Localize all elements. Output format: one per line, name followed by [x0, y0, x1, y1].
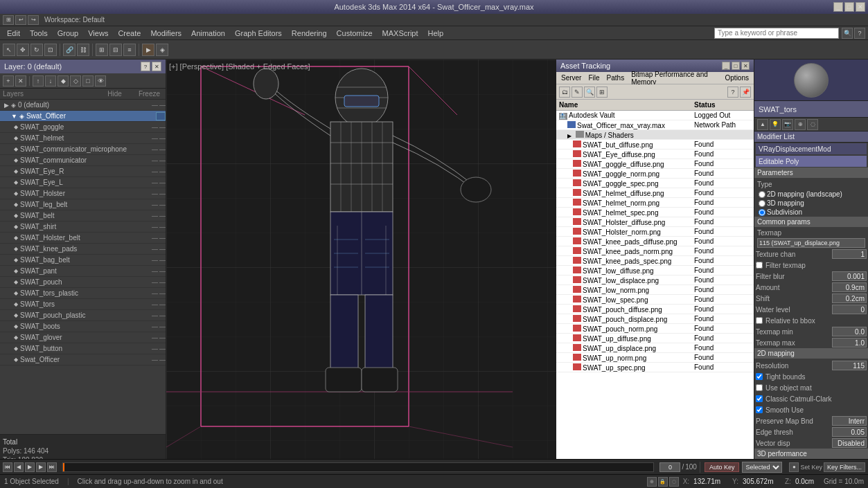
- list-item[interactable]: ▼ ◈ Swat_Officer: [0, 111, 166, 122]
- menu-customize[interactable]: Customize: [333, 28, 377, 39]
- menu-group[interactable]: Group: [53, 28, 83, 39]
- list-item[interactable]: ◆ SWAT_tors ——: [0, 299, 166, 310]
- asset-btn-4[interactable]: ⊞: [596, 87, 608, 98]
- tb-link[interactable]: 🔗: [63, 44, 76, 56]
- 2d-mapping-title[interactable]: 2D mapping: [754, 348, 868, 359]
- asset-maximize-btn[interactable]: □: [732, 62, 740, 70]
- list-item[interactable]: ◆ SWAT_button ——: [0, 343, 166, 354]
- layers-btn-delete[interactable]: ✕: [15, 75, 26, 87]
- list-item[interactable]: ◆ SWAT_leg_belt ——: [0, 199, 166, 210]
- list-item[interactable]: SWAT_pouch_displace.png Found: [556, 314, 754, 324]
- search-button[interactable]: 🔍: [842, 28, 853, 39]
- play-btn[interactable]: ▶: [25, 462, 35, 472]
- list-item[interactable]: 🏦Autodesk Vault Logged Out: [556, 111, 754, 120]
- list-item[interactable]: SWAT_but_diffuse.png Found: [556, 140, 754, 150]
- tex-chan-input[interactable]: [832, 249, 867, 259]
- list-item[interactable]: ◆ SWAT_Eye_L ——: [0, 177, 166, 188]
- layers-btn-vis[interactable]: 👁: [95, 75, 106, 87]
- type-2d-radio[interactable]: [759, 191, 765, 198]
- layers-btn-down[interactable]: ↓: [45, 75, 56, 87]
- list-item[interactable]: ◆ SWAT_goggle ——: [0, 122, 166, 133]
- smooth-use-checkbox[interactable]: [756, 406, 763, 413]
- tb-unlink[interactable]: ⛓: [77, 44, 89, 56]
- tb-select[interactable]: ↖: [3, 44, 15, 56]
- list-item[interactable]: Swat_Officer_max_vray.max Network Path: [556, 120, 754, 130]
- list-item[interactable]: SWAT_helmet_norm.png Found: [556, 198, 754, 208]
- list-item[interactable]: ◆ SWAT_Eye_R ——: [0, 166, 166, 177]
- asset-menu-server[interactable]: Server: [559, 73, 583, 82]
- tb-rotate[interactable]: ↻: [30, 44, 43, 56]
- list-item[interactable]: ◆ SWAT_pouch ——: [0, 277, 166, 288]
- common-params-title[interactable]: Common params: [754, 217, 868, 227]
- tb-align[interactable]: ≡: [123, 44, 136, 56]
- close-btn[interactable]: ✕: [856, 2, 865, 12]
- asset-btn-help[interactable]: ?: [727, 87, 738, 98]
- list-item[interactable]: SWAT_up_spec.png Found: [556, 363, 754, 372]
- list-item[interactable]: SWAT_goggle_spec.png Found: [556, 179, 754, 188]
- list-item[interactable]: ◆ SWAT_tors_plastic ——: [0, 288, 166, 299]
- asset-btn-1[interactable]: 🗂: [559, 87, 570, 98]
- list-item[interactable]: SWAT_up_diffuse.png Found: [556, 334, 754, 343]
- asset-minimize-btn[interactable]: _: [722, 62, 730, 70]
- menu-rendering[interactable]: Rendering: [287, 28, 331, 39]
- list-item[interactable]: ◆ SWAT_Holster ——: [0, 188, 166, 199]
- list-item[interactable]: SWAT_knee_pads_norm.png Found: [556, 246, 754, 256]
- help-icon[interactable]: ?: [854, 28, 865, 39]
- list-item[interactable]: SWAT_goggle_norm.png Found: [556, 169, 754, 179]
- list-item[interactable]: ◆ SWAT_pant ——: [0, 266, 166, 277]
- tb-move[interactable]: ✥: [17, 44, 29, 56]
- autokey-mode-select[interactable]: Selected: [742, 462, 782, 473]
- asset-menu-options[interactable]: Options: [723, 73, 751, 82]
- asset-btn-pin[interactable]: 📌: [740, 87, 751, 98]
- list-item[interactable]: ◆ SWAT_belt ——: [0, 210, 166, 222]
- layers-btn-remove[interactable]: ◇: [70, 75, 81, 87]
- list-item[interactable]: SWAT_knee_pads_spec.png Found: [556, 256, 754, 266]
- autokey-btn[interactable]: Auto Key: [705, 462, 740, 472]
- asset-close-btn[interactable]: ✕: [741, 62, 750, 70]
- texmap-min-input[interactable]: [832, 327, 867, 336]
- resolution-input[interactable]: [832, 361, 867, 370]
- timeline-track[interactable]: [62, 462, 654, 472]
- prev-frame-btn[interactable]: ◀: [14, 462, 24, 472]
- mod-icon-cam[interactable]: 📷: [782, 119, 793, 130]
- list-item[interactable]: ◆ SWAT_knee_pads ——: [0, 244, 166, 255]
- modifier-list-item[interactable]: Editable Poly: [756, 156, 867, 167]
- list-item[interactable]: SWAT_pouch_norm.png Found: [556, 324, 754, 334]
- menu-maxscript[interactable]: MAXScript: [378, 28, 423, 39]
- modifier-list-item[interactable]: VRayDisplacementMod: [756, 143, 867, 154]
- rel-bbox-checkbox[interactable]: [756, 317, 763, 324]
- asset-menu-file[interactable]: File: [586, 73, 601, 82]
- layers-btn-sel[interactable]: □: [82, 75, 94, 87]
- timeline-frame-input[interactable]: [659, 462, 680, 472]
- asset-btn-3[interactable]: 🔍: [584, 87, 595, 98]
- classic-catmull-checkbox[interactable]: [756, 395, 763, 402]
- set-key-btn[interactable]: ●: [789, 462, 799, 472]
- search-input[interactable]: [714, 28, 839, 39]
- toolbar-icon3[interactable]: ↪: [28, 15, 39, 25]
- list-item[interactable]: SWAT_up_displace.png Found: [556, 343, 754, 353]
- layers-btn-new[interactable]: +: [3, 75, 14, 87]
- list-item[interactable]: ◆ SWAT_boots ——: [0, 321, 166, 332]
- asset-menu-bitmap[interactable]: Bitmap Performance and Memory: [629, 70, 720, 87]
- list-item[interactable]: SWAT_pouch_diffuse.png Found: [556, 305, 754, 314]
- list-item[interactable]: ◆ Swat_Officer ——: [0, 354, 166, 365]
- list-item[interactable]: SWAT_low_diffuse.png Found: [556, 266, 754, 275]
- use-object-checkbox[interactable]: [756, 384, 763, 391]
- menu-graph-editors[interactable]: Graph Editors: [231, 28, 286, 39]
- next-frame-btn[interactable]: ▶: [36, 462, 46, 472]
- type-3d-radio[interactable]: [759, 200, 765, 207]
- list-item[interactable]: SWAT_low_norm.png Found: [556, 285, 754, 295]
- asset-menu-paths[interactable]: Paths: [605, 73, 627, 82]
- list-item[interactable]: ◆ SWAT_pouch_plastic ——: [0, 310, 166, 321]
- mod-icon-helper[interactable]: ⊕: [795, 119, 806, 130]
- minimize-btn[interactable]: _: [833, 2, 843, 12]
- type-subdiv-radio[interactable]: [759, 209, 765, 216]
- list-item[interactable]: ◆ SWAT_communicator ——: [0, 155, 166, 166]
- tb-mirror[interactable]: ⊞: [96, 44, 108, 56]
- mod-icon-light[interactable]: 💡: [770, 119, 781, 130]
- list-item[interactable]: SWAT_goggle_diffuse.png Found: [556, 159, 754, 169]
- mod-icon-space[interactable]: ◌: [807, 119, 818, 130]
- list-item[interactable]: SWAT_low_spec.png Found: [556, 295, 754, 305]
- tb-array[interactable]: ⊟: [109, 44, 122, 56]
- menu-edit[interactable]: Edit: [3, 28, 24, 39]
